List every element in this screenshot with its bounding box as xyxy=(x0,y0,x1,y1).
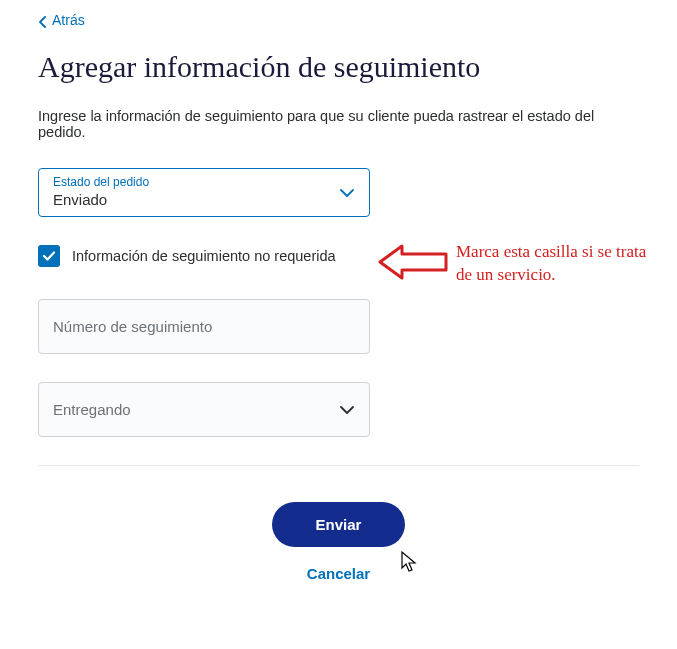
back-link-label: Atrás xyxy=(52,12,85,28)
tracking-number-input[interactable]: Número de seguimiento xyxy=(38,299,370,354)
page-title: Agregar información de seguimiento xyxy=(38,50,639,84)
submit-button[interactable]: Enviar xyxy=(272,502,406,547)
chevron-left-icon xyxy=(38,15,48,25)
tracking-not-required-checkbox[interactable] xyxy=(38,245,60,267)
chevron-down-icon xyxy=(339,184,355,202)
carrier-select[interactable]: Entregando xyxy=(38,382,370,437)
page-instruction: Ingrese la información de seguimiento pa… xyxy=(38,108,639,140)
tracking-not-required-label: Información de seguimiento no requerida xyxy=(72,248,336,264)
order-status-select[interactable]: Estado del pedido Enviado xyxy=(38,168,370,217)
tracking-number-placeholder: Número de seguimiento xyxy=(39,300,369,353)
check-icon xyxy=(42,250,56,262)
back-link[interactable]: Atrás xyxy=(38,12,85,28)
divider xyxy=(38,465,639,466)
chevron-down-icon xyxy=(339,401,355,419)
carrier-placeholder: Entregando xyxy=(39,383,369,436)
order-status-label: Estado del pedido xyxy=(53,175,149,189)
cancel-link[interactable]: Cancelar xyxy=(307,565,370,582)
